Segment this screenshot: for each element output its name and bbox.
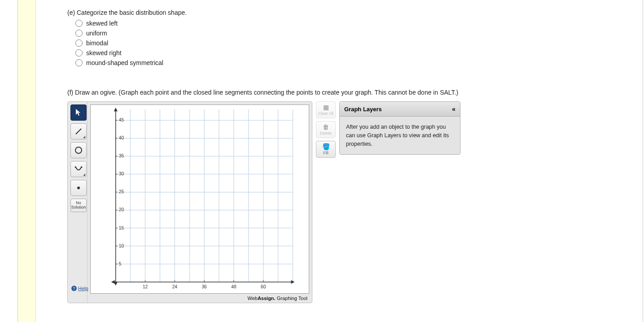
svg-point-3 <box>75 147 82 153</box>
no-solution-text2: Solution <box>71 205 86 210</box>
circle-icon <box>74 146 83 155</box>
pointer-icon <box>74 108 83 117</box>
svg-text:5: 5 <box>119 261 122 266</box>
tool-line[interactable] <box>70 123 87 139</box>
svg-text:24: 24 <box>172 284 178 289</box>
brand-tool: Graphing Tool <box>276 296 307 301</box>
option-label: skewed left <box>86 20 118 27</box>
radio-uniform[interactable] <box>75 30 83 37</box>
delete-label: Delete <box>320 131 332 135</box>
layers-header: Graph Layers « <box>340 102 460 117</box>
option-mound-symmetrical[interactable]: mound-shaped symmetrical <box>75 59 613 66</box>
tool-pointer[interactable] <box>70 104 87 121</box>
submenu-indicator <box>83 136 85 138</box>
svg-text:10: 10 <box>119 244 124 248</box>
point-icon <box>74 183 83 192</box>
footer-brand: WebAssign. Graphing Tool <box>247 296 307 301</box>
tool-palette: No Solution <box>68 102 88 303</box>
right-button-column: ▦ Clear All 🗑 Delete 🪣 Fill <box>316 101 336 303</box>
svg-marker-29 <box>114 108 118 111</box>
clear-all-label: Clear All <box>318 111 333 116</box>
tool-parabola[interactable] <box>70 161 87 177</box>
graph-wrapper: No Solution 510152025303540451224364860 … <box>67 101 613 303</box>
option-label: skewed right <box>86 49 122 57</box>
collapse-icon[interactable]: « <box>452 105 456 113</box>
no-solution-button[interactable]: No Solution <box>70 199 87 212</box>
layers-body-text: After you add an object to the graph you… <box>340 117 460 154</box>
fill-label: Fill <box>323 151 329 155</box>
right-border <box>643 0 643 322</box>
graph-layers-panel: Graph Layers « After you add an object t… <box>339 101 460 155</box>
tool-circle[interactable] <box>70 142 87 158</box>
svg-text:45: 45 <box>119 117 124 122</box>
clear-all-icon: ▦ <box>323 104 329 110</box>
option-skewed-right[interactable]: skewed right <box>75 49 613 57</box>
fill-button[interactable]: 🪣 Fill <box>316 141 336 158</box>
radio-mound-symmetrical[interactable] <box>75 59 83 66</box>
svg-text:35: 35 <box>119 153 124 158</box>
option-label: bimodal <box>86 39 108 47</box>
part-f: (f) Draw an ogive. (Graph each point and… <box>67 89 613 303</box>
line-icon <box>74 127 83 136</box>
svg-text:40: 40 <box>119 135 124 140</box>
graph-widget: No Solution 510152025303540451224364860 … <box>67 101 312 303</box>
option-bimodal[interactable]: bimodal <box>75 39 613 47</box>
svg-text:20: 20 <box>119 207 124 212</box>
tool-point[interactable] <box>70 180 87 196</box>
svg-text:60: 60 <box>261 284 266 289</box>
clear-all-button[interactable]: ▦ Clear All <box>316 101 336 118</box>
option-label: mound-shaped symmetrical <box>86 59 163 66</box>
submenu-indicator <box>83 174 85 176</box>
svg-text:30: 30 <box>119 171 124 176</box>
svg-text:15: 15 <box>119 226 124 231</box>
brand-assign: Assign. <box>258 296 276 301</box>
highlight-margin <box>18 0 36 322</box>
radio-skewed-left[interactable] <box>75 20 83 27</box>
radio-skewed-right[interactable] <box>75 49 83 57</box>
help-label: Help <box>78 286 88 291</box>
content-area: (e) Categorize the basic distribution sh… <box>36 0 644 322</box>
plot-svg: 510152025303540451224364860 <box>91 105 309 293</box>
radio-bimodal[interactable] <box>75 39 83 47</box>
part-f-prompt: (f) Draw an ogive. (Graph each point and… <box>67 89 613 96</box>
option-uniform[interactable]: uniform <box>75 30 613 37</box>
delete-button[interactable]: 🗑 Delete <box>316 121 336 138</box>
option-label: uniform <box>86 30 107 37</box>
left-margin <box>0 0 18 322</box>
plot-canvas[interactable]: 510152025303540451224364860 <box>90 104 309 294</box>
help-icon: ? <box>71 286 77 291</box>
parabola-icon <box>74 165 83 174</box>
part-e-options: skewed left uniform bimodal skewed right… <box>75 20 613 66</box>
part-e-prompt: (e) Categorize the basic distribution sh… <box>67 9 613 16</box>
svg-text:48: 48 <box>231 284 237 289</box>
svg-marker-33 <box>111 280 115 284</box>
option-skewed-left[interactable]: skewed left <box>75 20 613 27</box>
svg-text:12: 12 <box>143 284 148 289</box>
layers-title: Graph Layers <box>344 106 382 113</box>
svg-text:25: 25 <box>119 189 124 194</box>
brand-web: Web <box>247 296 257 301</box>
fill-icon: 🪣 <box>322 144 330 150</box>
trash-icon: 🗑 <box>323 124 329 130</box>
svg-point-6 <box>77 187 80 189</box>
svg-text:36: 36 <box>202 284 207 289</box>
help-link[interactable]: ? Help <box>71 286 88 291</box>
